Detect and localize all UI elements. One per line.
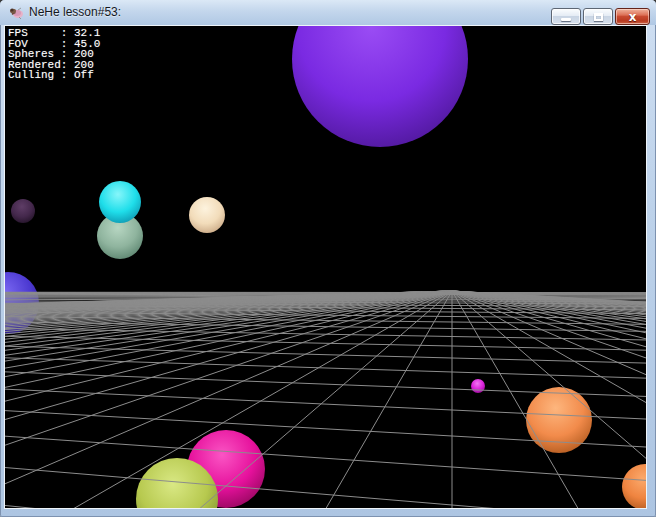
maximize-button[interactable] <box>583 8 613 25</box>
close-button[interactable]: x <box>615 8 650 25</box>
sphere-orange-corner <box>622 464 647 509</box>
sphere-magenta-dot <box>471 379 485 393</box>
sphere-orange <box>526 387 592 453</box>
maximize-icon <box>594 13 603 21</box>
titlebar[interactable]: NeHe lesson#53: x <box>0 0 656 25</box>
caption-buttons: x <box>551 8 650 25</box>
spheres-layer <box>5 26 646 508</box>
sphere-dark-plum <box>11 199 35 223</box>
viewport-3d[interactable]: FPS : 32.1 FOV : 45.0 Spheres : 200 Rend… <box>4 25 647 509</box>
sphere-indigo <box>4 272 39 334</box>
stats-overlay: FPS : 32.1 FOV : 45.0 Spheres : 200 Rend… <box>8 28 100 81</box>
sphere-big-violet <box>292 25 468 147</box>
sphere-cyan <box>99 181 141 223</box>
sphere-cream <box>189 197 225 233</box>
window: NeHe lesson#53: x FPS : 32.1 FOV : 45.0 … <box>0 0 656 517</box>
nehe-bug-icon <box>8 5 24 21</box>
minimize-button[interactable] <box>551 8 581 25</box>
close-icon: x <box>629 11 637 23</box>
window-title: NeHe lesson#53: <box>29 5 121 19</box>
minimize-icon <box>561 18 571 21</box>
